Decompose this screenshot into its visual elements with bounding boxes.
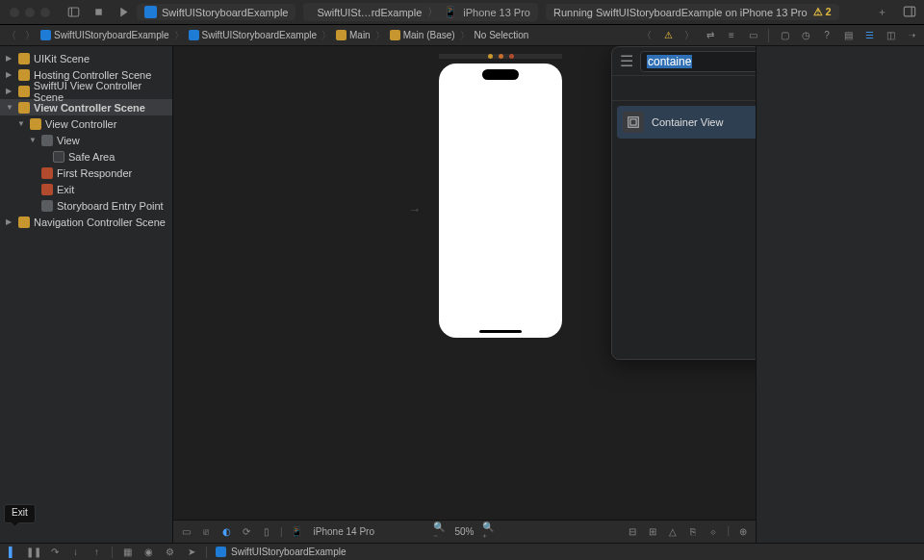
zoom-in-icon[interactable]: 🔍⁺ xyxy=(482,525,496,539)
storyboard-canvas[interactable]: → ☰ containe ⓧ ▦ ▭ ◻ 🖼 🎨 ✦ xyxy=(173,46,756,543)
crumb-project[interactable]: SwiftUIStoryboardExample〉 xyxy=(40,29,186,42)
status-text: Running SwiftUIStoryboardExample on iPho… xyxy=(553,7,808,18)
identity-inspector-icon[interactable]: ▤ xyxy=(839,28,857,43)
nav-forward-icon[interactable]: 〉 xyxy=(22,29,38,42)
activity-status[interactable]: Running SwiftUIStoryboardExample on iPho… xyxy=(546,4,839,20)
help-inspector-icon[interactable]: ? xyxy=(818,28,835,43)
canvas-bottom-bar: ▭ ⎚ ◐ ⟳ ▯ | 📱 iPhone 14 Pro 🔍⁻ 50% 🔍⁺ ⊟ … xyxy=(173,520,756,543)
svg-rect-3 xyxy=(904,7,914,16)
device-settings-icon[interactable]: ▯ xyxy=(260,525,273,539)
nav-back-icon[interactable]: 〈 xyxy=(4,29,19,42)
outline-exit[interactable]: Exit xyxy=(0,181,172,197)
crumb-base[interactable]: Main (Base)〉 xyxy=(390,29,472,42)
add-editor-icon[interactable]: ▭ xyxy=(744,28,761,43)
view-debug-icon[interactable]: ▦ xyxy=(121,547,134,557)
outline-toggle-icon[interactable]: ▭ xyxy=(179,525,192,539)
library-item[interactable]: Container View xyxy=(617,106,756,139)
crumb-selection[interactable]: No Selection xyxy=(475,30,529,40)
orientation-icon[interactable]: ⟳ xyxy=(240,525,253,539)
resolve-icon[interactable]: △ xyxy=(666,525,680,539)
issues-back-icon[interactable]: 〈 xyxy=(638,28,655,43)
sidebar-toggle-icon[interactable] xyxy=(65,6,81,18)
container-view-icon xyxy=(623,112,644,133)
connections-inspector-icon[interactable]: ➝ xyxy=(903,28,920,43)
outline-safe-area[interactable]: Safe Area xyxy=(0,148,172,165)
scene-dock[interactable] xyxy=(439,54,562,59)
pause-icon[interactable]: ❚❚ xyxy=(27,547,39,557)
entry-arrow-icon[interactable]: → xyxy=(408,202,421,216)
run-destination[interactable]: SwiftUISt…rdExample 〉 📱 iPhone 13 Pro xyxy=(303,3,538,21)
stop-icon[interactable] xyxy=(90,6,106,18)
debug-target[interactable]: SwiftUIStoryboardExample xyxy=(216,547,346,557)
breakpoints-icon[interactable]: ▌ xyxy=(6,547,18,557)
appearance-icon[interactable]: ◐ xyxy=(219,525,233,539)
issue-warning-icon[interactable]: ⚠ xyxy=(659,28,677,43)
library-item-label: Container View xyxy=(652,116,723,128)
svg-rect-2 xyxy=(95,9,102,15)
object-library-popover: ☰ containe ⓧ ▦ ▭ ◻ 🖼 🎨 ✦ Container Vi xyxy=(611,46,756,360)
library-tabs: ◻ 🖼 🎨 ✦ xyxy=(612,76,756,101)
library-toggle-icon[interactable] xyxy=(895,5,924,20)
run-icon[interactable] xyxy=(116,6,131,18)
issues-forward-icon[interactable]: 〉 xyxy=(680,28,698,43)
adjust-editor-icon[interactable]: ⇄ xyxy=(702,28,719,43)
crumb-storyboard[interactable]: Main〉 xyxy=(336,29,387,42)
outline-entry-point[interactable]: Storyboard Entry Point xyxy=(0,197,172,214)
memory-graph-icon[interactable]: ◉ xyxy=(142,547,155,557)
history-inspector-icon[interactable]: ◷ xyxy=(797,28,814,43)
size-inspector-icon[interactable]: ◫ xyxy=(882,28,899,43)
exit-tooltip: Exit xyxy=(4,504,36,523)
canvas-device-label[interactable]: iPhone 14 Pro xyxy=(314,526,374,537)
scene-row[interactable]: ▶Navigation Controller Scene xyxy=(0,214,172,230)
debug-bar: ▌ ❚❚ ↷ ↓ ↑ ▦ ◉ ⚙ ➤ SwiftUIStoryboardExam… xyxy=(0,543,924,560)
library-results-list[interactable]: Container View xyxy=(612,101,756,359)
document-outline[interactable]: ▶UIKit Scene ▶Hosting Controller Scene ▶… xyxy=(0,46,173,543)
svg-rect-5 xyxy=(629,117,639,128)
library-search-input[interactable]: containe xyxy=(640,51,756,72)
main-area: ▶UIKit Scene ▶Hosting Controller Scene ▶… xyxy=(0,46,924,543)
scheme-selector[interactable]: SwiftUIStoryboardExample xyxy=(137,4,295,20)
outline-first-responder[interactable]: First Responder xyxy=(0,165,172,181)
location-icon[interactable]: ➤ xyxy=(185,547,197,557)
embed-icon[interactable]: ⎘ xyxy=(686,525,700,539)
outline-view-controller[interactable]: ▼View Controller xyxy=(0,115,172,132)
library-filter-icon[interactable]: ☰ xyxy=(620,52,634,70)
step-over-icon[interactable]: ↷ xyxy=(48,547,61,557)
project-icon xyxy=(144,6,157,18)
device-icon[interactable]: 📱 xyxy=(290,525,303,539)
update-frames-icon[interactable]: ⟐ xyxy=(706,525,720,539)
svg-rect-0 xyxy=(68,8,79,16)
dynamic-island xyxy=(482,69,519,80)
pin-icon[interactable]: ⊞ xyxy=(646,525,659,539)
step-out-icon[interactable]: ↑ xyxy=(90,547,103,557)
align-icon[interactable]: ⊟ xyxy=(626,525,639,539)
window-traffic-lights[interactable] xyxy=(0,8,60,17)
outline-view[interactable]: ▼View xyxy=(0,132,172,148)
warning-badge[interactable]: ⚠ 2 xyxy=(813,6,832,18)
titlebar: SwiftUIStoryboardExample SwiftUISt…rdExa… xyxy=(0,0,924,25)
scene-row[interactable]: ▶SwiftUI View Controller Scene xyxy=(0,83,172,99)
step-into-icon[interactable]: ↓ xyxy=(69,547,82,557)
file-inspector-icon[interactable]: ▢ xyxy=(776,28,793,43)
jump-bar: 〈 〉 SwiftUIStoryboardExample〉 SwiftUISto… xyxy=(0,25,924,46)
svg-rect-6 xyxy=(630,119,636,125)
trait-variations-icon[interactable]: ⎚ xyxy=(199,525,213,539)
home-indicator xyxy=(479,330,522,333)
device-name: iPhone 13 Pro xyxy=(463,7,530,18)
project-name: SwiftUIStoryboardExample xyxy=(162,7,288,18)
project-icon xyxy=(216,547,226,557)
attributes-inspector-icon[interactable]: ☰ xyxy=(860,28,878,43)
add-tab-icon[interactable]: ＋ xyxy=(869,5,895,19)
zoom-value[interactable]: 50% xyxy=(454,526,474,537)
editor-options-icon[interactable]: ≡ xyxy=(723,28,740,43)
zoom-out-icon[interactable]: 🔍⁻ xyxy=(433,525,447,539)
scene-row[interactable]: ▶UIKit Scene xyxy=(0,50,172,66)
scheme-name: SwiftUISt…rdExample xyxy=(317,7,422,18)
crumb-group[interactable]: SwiftUIStoryboardExample〉 xyxy=(189,29,334,42)
device-frame[interactable] xyxy=(439,64,562,338)
inspector-panel[interactable] xyxy=(756,46,924,543)
canvas-library-icon[interactable]: ⊕ xyxy=(736,525,750,539)
environment-icon[interactable]: ⚙ xyxy=(164,547,176,557)
